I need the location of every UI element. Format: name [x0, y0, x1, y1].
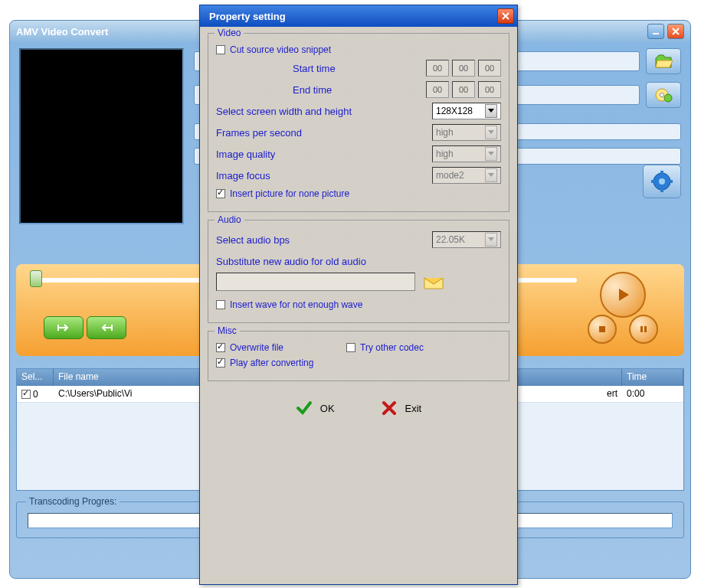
dialog-close-button[interactable]	[497, 8, 514, 24]
checkbox-icon	[216, 358, 225, 368]
chevron-down-icon	[485, 233, 497, 247]
chevron-down-icon	[485, 104, 497, 118]
seek-slider-thumb[interactable]	[30, 270, 42, 287]
checkbox-icon	[216, 300, 225, 309]
audio-fieldset: Audio Select audio bps 22.05K Substitute…	[208, 220, 509, 323]
start-hh[interactable]: 00	[426, 60, 449, 77]
dialog-titlebar: Property setting	[200, 5, 517, 27]
focus-label: Image focus	[216, 170, 270, 181]
row-status: ert	[584, 386, 622, 402]
checkbox-icon	[216, 45, 225, 54]
pause-icon	[639, 325, 648, 334]
settings-button[interactable]	[643, 165, 681, 198]
play-button[interactable]	[600, 272, 646, 318]
fps-combo[interactable]: high	[432, 124, 501, 141]
overwrite-checkbox[interactable]: Overwrite file	[216, 342, 346, 353]
exit-button[interactable]: Exit	[381, 400, 422, 416]
checkbox-icon	[346, 343, 355, 352]
insert-picture-checkbox[interactable]: Insert picture for none picture	[216, 188, 349, 199]
svg-point-3	[664, 94, 672, 102]
end-mm[interactable]: 00	[452, 81, 475, 98]
svg-rect-10	[599, 326, 605, 332]
checkbox-icon	[216, 343, 225, 352]
misc-fieldset: Misc Overwrite file Try other codec Play…	[208, 331, 509, 381]
close-icon	[502, 12, 509, 20]
gear-icon	[650, 170, 673, 193]
fps-label: Frames per second	[216, 127, 302, 139]
start-mm[interactable]: 00	[452, 60, 475, 77]
video-fieldset: Video Cut source video snippet Start tim…	[208, 33, 509, 212]
bps-combo[interactable]: 22.05K	[432, 231, 501, 248]
start-time-label: Start time	[293, 63, 336, 74]
progress-label: Transcoding Progres:	[26, 496, 120, 507]
start-ss[interactable]: 00	[478, 60, 501, 77]
svg-rect-7	[660, 188, 663, 192]
quality-label: Image quality	[216, 149, 275, 160]
mark-in-button[interactable]	[44, 316, 84, 339]
folder-open-icon	[654, 54, 673, 69]
end-ss[interactable]: 00	[478, 81, 501, 98]
svg-rect-0	[653, 33, 659, 34]
end-time-label: End time	[293, 84, 332, 96]
chevron-down-icon	[485, 126, 497, 139]
close-button[interactable]	[667, 24, 684, 39]
dialog-footer: OK Exit	[208, 389, 509, 423]
minimize-button[interactable]	[647, 24, 664, 39]
pause-button[interactable]	[629, 315, 658, 344]
row-index: 0	[33, 389, 38, 400]
svg-rect-9	[669, 180, 673, 183]
svg-rect-6	[660, 171, 663, 175]
end-hh[interactable]: 00	[426, 81, 449, 98]
svg-rect-11	[640, 326, 643, 332]
stop-icon	[598, 325, 607, 334]
quality-combo[interactable]: high	[432, 145, 501, 162]
misc-legend: Misc	[215, 325, 240, 336]
row-checkbox[interactable]	[21, 390, 31, 399]
stop-button[interactable]	[588, 315, 617, 344]
output-browse-button[interactable]	[646, 82, 681, 108]
x-icon	[381, 400, 398, 416]
insert-wave-checkbox[interactable]: Insert wave for not enough wave	[216, 299, 362, 310]
chevron-down-icon	[485, 168, 497, 182]
play-icon	[614, 286, 631, 303]
svg-point-5	[659, 178, 665, 185]
play-controls	[585, 272, 661, 348]
disc-icon	[654, 87, 673, 103]
mark-out-button[interactable]	[87, 316, 126, 339]
col-select[interactable]: Sel...	[17, 369, 54, 386]
svg-point-2	[660, 93, 664, 97]
audio-legend: Audio	[215, 214, 244, 225]
chevron-down-icon	[485, 147, 497, 161]
screen-size-combo[interactable]: 128X128	[432, 103, 501, 119]
codec-checkbox[interactable]: Try other codec	[346, 342, 424, 353]
browse-audio-button[interactable]	[421, 272, 446, 292]
col-time[interactable]: Time	[622, 369, 683, 386]
check-icon	[296, 400, 313, 416]
cut-snippet-checkbox[interactable]: Cut source video snippet	[216, 44, 331, 55]
dialog-title: Property setting	[209, 11, 497, 22]
envelope-icon	[423, 273, 444, 290]
screen-size-label: Select screen width and height	[216, 106, 352, 117]
video-preview	[19, 48, 184, 224]
svg-rect-8	[651, 180, 655, 183]
checkbox-icon	[216, 189, 225, 198]
video-legend: Video	[215, 28, 244, 38]
ok-button[interactable]: OK	[296, 400, 335, 416]
svg-rect-12	[644, 326, 647, 332]
substitute-audio-field[interactable]	[216, 273, 415, 291]
play-after-checkbox[interactable]: Play after converting	[216, 358, 313, 368]
open-file-button[interactable]	[646, 48, 681, 74]
property-dialog: Property setting Video Cut source video …	[199, 5, 518, 585]
bps-label: Select audio bps	[216, 234, 290, 246]
focus-combo[interactable]: mode2	[432, 167, 501, 184]
substitute-label: Substitute new audio for old audio	[216, 256, 366, 267]
row-time: 0:00	[622, 386, 683, 402]
